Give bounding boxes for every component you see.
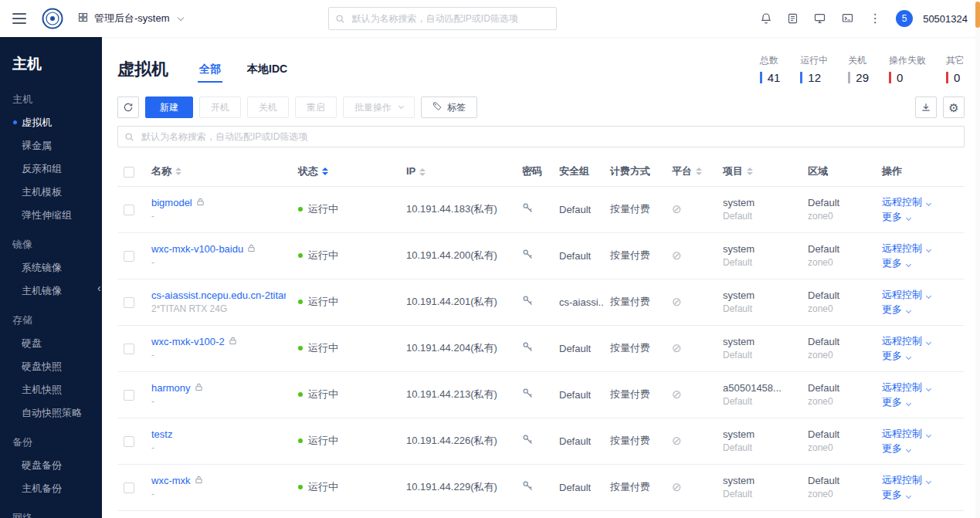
sidebar-section-image: 镜像	[0, 227, 102, 256]
sort-icon[interactable]	[322, 168, 328, 175]
tag-button[interactable]: 标签	[421, 96, 477, 118]
row-checkbox[interactable]	[124, 297, 134, 308]
settings-button[interactable]: ⚙	[943, 96, 965, 118]
vm-name-link[interactable]: testz	[151, 428, 172, 440]
chevron-down-icon	[926, 340, 931, 345]
sidebar-item-host-template[interactable]: 主机模板	[0, 181, 102, 204]
vertical-scrollbar[interactable]	[975, 0, 980, 518]
password-key-icon[interactable]	[522, 251, 534, 262]
more-actions-link[interactable]: 更多	[882, 211, 902, 222]
more-actions-link[interactable]: 更多	[882, 442, 902, 454]
sort-icon[interactable]	[175, 168, 181, 175]
more-actions-link[interactable]: 更多	[882, 396, 902, 408]
row-checkbox[interactable]	[124, 251, 134, 262]
sidebar-item-disk-backup[interactable]: 硬盘备份	[0, 454, 102, 477]
toolbar: 新建 开机 关机 重启 批量操作 标签 ⚙	[117, 96, 965, 118]
sidebar-item-disk-snapshot[interactable]: 硬盘快照	[0, 355, 102, 378]
row-checkbox[interactable]	[124, 344, 134, 354]
column-header-ip[interactable]: IP	[400, 157, 516, 186]
select-all-checkbox[interactable]	[124, 167, 134, 178]
sidebar-item-system-image[interactable]: 系统镜像	[0, 256, 102, 279]
remote-control-link[interactable]: 远程控制	[882, 428, 922, 439]
row-checkbox[interactable]	[124, 482, 134, 493]
column-header-platform[interactable]: 平台	[666, 157, 717, 186]
table-header-row: 名称 状态 IP 密码 安全组 计费方式 平台 项目 区域 操作	[117, 157, 965, 186]
project-name: system	[723, 428, 795, 440]
password-key-icon[interactable]	[522, 297, 534, 309]
sidebar-item-host-snapshot[interactable]: 主机快照	[0, 378, 102, 401]
vm-name-link[interactable]: harmony	[151, 382, 191, 394]
toolbar-right: ⚙	[915, 96, 965, 118]
row-checkbox[interactable]	[124, 390, 134, 401]
column-header-security-group: 安全组	[553, 157, 604, 186]
more-menu-icon[interactable]: ⋮	[869, 12, 881, 25]
remote-control-link[interactable]: 远程控制	[882, 289, 922, 300]
document-icon[interactable]	[787, 12, 799, 25]
region-zone: zone0	[808, 257, 870, 268]
password-key-icon[interactable]	[522, 205, 534, 216]
tabs: 全部 本地IDC	[198, 58, 289, 81]
column-header-project[interactable]: 项目	[717, 157, 802, 186]
tab-local-idc[interactable]: 本地IDC	[246, 58, 289, 81]
sidebar-item-disk[interactable]: 硬盘	[0, 332, 102, 355]
more-actions-link[interactable]: 更多	[882, 303, 902, 315]
create-button[interactable]: 新建	[145, 96, 193, 118]
sidebar: 主机 主机 虚拟机 裸金属 反亲和组 主机模板 弹性伸缩组 镜像 系统镜像 主机…	[0, 37, 102, 518]
vm-name-link[interactable]: wxc-mxk-v100-2	[151, 336, 225, 347]
username[interactable]: 50501324	[923, 13, 968, 25]
region-zone: zone0	[808, 396, 870, 407]
restart-button[interactable]: 重启	[295, 96, 337, 118]
sort-icon[interactable]	[747, 168, 753, 175]
workspace-switcher[interactable]: 管理后台-system	[77, 12, 183, 25]
tab-all[interactable]: 全部	[198, 58, 222, 81]
vm-name-link[interactable]: wxc-mxk-v100-baidu	[151, 243, 243, 255]
refresh-button[interactable]	[117, 96, 139, 118]
remote-control-link[interactable]: 远程控制	[882, 196, 922, 208]
column-header-status[interactable]: 状态	[292, 157, 400, 186]
vm-name-link[interactable]: bigmodel	[151, 197, 192, 208]
more-actions-link[interactable]: 更多	[882, 489, 902, 500]
password-key-icon[interactable]	[522, 436, 534, 448]
stat-bar	[760, 72, 762, 83]
remote-control-link[interactable]: 远程控制	[882, 381, 922, 393]
sidebar-item-vm[interactable]: 虚拟机	[0, 111, 102, 134]
row-checkbox[interactable]	[124, 205, 134, 215]
sidebar-collapse-handle[interactable]: ‹	[97, 283, 101, 293]
vm-name-link[interactable]: cs-aiassist.ncepu.edu.cn-2titan	[151, 289, 286, 301]
table-row: harmony - 运行中 10.191.44.213(私有) Default …	[117, 371, 965, 418]
monitor-icon[interactable]	[813, 12, 826, 25]
sidebar-item-autoscaling-group[interactable]: 弹性伸缩组	[0, 204, 102, 227]
export-button[interactable]	[915, 96, 937, 118]
column-header-name[interactable]: 名称	[145, 157, 292, 186]
sort-icon[interactable]	[419, 168, 426, 176]
remote-control-link[interactable]: 远程控制	[882, 474, 922, 486]
power-off-button[interactable]: 关机	[247, 96, 289, 118]
password-key-icon[interactable]	[522, 344, 534, 355]
sidebar-item-auto-snapshot-policy[interactable]: 自动快照策略	[0, 401, 102, 425]
sidebar-item-host-image[interactable]: 主机镜像	[0, 279, 102, 303]
more-actions-link[interactable]: 更多	[882, 350, 902, 361]
row-checkbox[interactable]	[124, 436, 134, 447]
remote-control-link[interactable]: 远程控制	[882, 335, 922, 347]
notification-bell-icon[interactable]	[760, 12, 772, 25]
sidebar-item-bare-metal[interactable]: 裸金属	[0, 134, 102, 157]
console-icon[interactable]	[841, 12, 854, 25]
menu-toggle-icon[interactable]	[12, 13, 26, 24]
column-header-region: 区域	[802, 157, 876, 186]
notification-badge[interactable]: 5	[896, 10, 913, 27]
sidebar-item-host-backup[interactable]: 主机备份	[0, 477, 102, 500]
table-filter-input[interactable]	[117, 126, 965, 147]
billing-type: 按量付费	[604, 418, 666, 464]
sort-icon[interactable]	[696, 168, 702, 175]
password-key-icon[interactable]	[522, 482, 534, 494]
remote-control-link[interactable]: 远程控制	[882, 242, 922, 254]
vm-name-link[interactable]: wxc-mxk	[151, 475, 191, 486]
region-zone: zone0	[808, 211, 870, 222]
sidebar-item-anti-affinity[interactable]: 反亲和组	[0, 157, 102, 181]
password-key-icon[interactable]	[522, 390, 534, 401]
scrollbar-thumb[interactable]	[975, 2, 980, 28]
power-on-button[interactable]: 开机	[199, 96, 241, 118]
batch-actions-button[interactable]: 批量操作	[343, 96, 415, 118]
more-actions-link[interactable]: 更多	[882, 257, 902, 269]
global-search-input[interactable]	[328, 7, 557, 30]
